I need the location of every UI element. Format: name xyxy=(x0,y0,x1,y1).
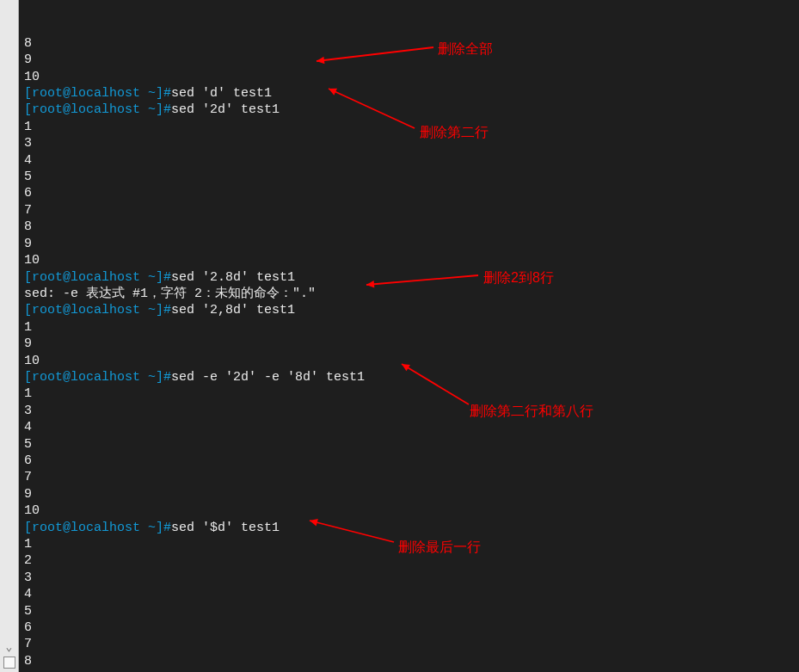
output-text: 9 xyxy=(24,487,32,502)
terminal-line: [root@localhost ~]#sed 'd' test1 xyxy=(24,85,794,102)
output-text: 9 xyxy=(24,237,32,251)
output-text: 6 xyxy=(24,620,32,635)
terminal-line: 2 xyxy=(24,552,794,569)
terminal-line: 7 xyxy=(24,636,794,652)
output-text: 3 xyxy=(24,136,32,151)
terminal-line: 9 xyxy=(24,336,794,352)
output-text: 1 xyxy=(24,537,32,552)
terminal-line: [root@localhost ~]#sed -e '2d' -e '8d' t… xyxy=(24,369,794,385)
terminal-line: 1 xyxy=(24,385,794,402)
terminal-line: 5 xyxy=(24,603,794,620)
terminal-line: 10 xyxy=(24,353,794,369)
terminal-line: 4 xyxy=(24,586,794,602)
terminal-line: 10 xyxy=(24,69,794,85)
output-text: 5 xyxy=(24,170,32,184)
terminal-line: 3 xyxy=(24,135,794,151)
terminal-line: 8 xyxy=(24,35,794,52)
output-text: 8 xyxy=(24,219,32,234)
shell-prompt: [root@localhost ~]# xyxy=(24,102,171,117)
shell-command: sed '2d' test1 xyxy=(171,102,280,117)
output-text: 9 xyxy=(24,52,32,67)
output-text: 4 xyxy=(24,420,32,435)
output-text: 6 xyxy=(24,453,32,468)
output-text: 10 xyxy=(24,503,40,518)
output-text: 1 xyxy=(24,320,32,335)
output-text: 8 xyxy=(24,654,32,669)
output-text: 1 xyxy=(24,120,32,134)
shell-prompt: [root@localhost ~]# xyxy=(24,521,171,535)
terminal-line: 3 xyxy=(24,570,794,586)
output-text: 7 xyxy=(24,637,32,651)
output-text: 7 xyxy=(24,470,32,484)
terminal-line: sed: -e 表达式 #1，字符 2：未知的命令："." xyxy=(24,286,794,302)
output-text: 5 xyxy=(24,437,32,452)
terminal-line: 1 xyxy=(24,536,794,552)
shell-command: sed '$d' test1 xyxy=(171,521,280,535)
chevron-down-icon[interactable]: ⌄ xyxy=(6,642,13,653)
output-text: 9 xyxy=(24,336,32,351)
shell-command: sed '2,8d' test1 xyxy=(171,303,295,318)
shell-command: sed '2.8d' test1 xyxy=(171,270,295,285)
output-text: 4 xyxy=(24,587,32,601)
output-text: 3 xyxy=(24,570,32,585)
terminal-line: 6 xyxy=(24,453,794,469)
terminal-line: 9 xyxy=(24,236,794,252)
output-text: 4 xyxy=(24,153,32,168)
terminal-line: 8 xyxy=(24,219,794,235)
shell-prompt: [root@localhost ~]# xyxy=(24,303,171,318)
shell-command: sed 'd' test1 xyxy=(171,86,272,101)
shell-command: sed -e '2d' -e '8d' test1 xyxy=(171,370,365,385)
terminal-line: 1 xyxy=(24,319,794,336)
terminal-line: [root@localhost ~]#sed '$d' test1 xyxy=(24,520,794,536)
terminal-line: 3 xyxy=(24,403,794,419)
terminal-line: 4 xyxy=(24,152,794,169)
output-text: 2 xyxy=(24,553,32,568)
output-text: 10 xyxy=(24,70,40,84)
terminal-line: [root@localhost ~]#sed '2,8d' test1 xyxy=(24,302,794,318)
terminal-line: [root@localhost ~]#sed '2.8d' test1 xyxy=(24,269,794,286)
output-text: sed: -e 表达式 #1，字符 2：未知的命令："." xyxy=(24,287,316,301)
terminal-output[interactable]: 8910[root@localhost ~]#sed 'd' test1[roo… xyxy=(19,0,799,672)
terminal-line: [root@localhost ~]#sed '2d' test1 xyxy=(24,102,794,118)
terminal-line: 10 xyxy=(24,252,794,268)
output-text: 10 xyxy=(24,253,40,268)
output-text: 8 xyxy=(24,36,32,51)
terminal-line: 5 xyxy=(24,436,794,453)
terminal-line: 6 xyxy=(24,185,794,201)
output-text: 3 xyxy=(24,404,32,418)
editor-gutter: ⌄ xyxy=(0,0,19,672)
terminal-line: 6 xyxy=(24,620,794,636)
terminal-line: 1 xyxy=(24,119,794,135)
shell-prompt: [root@localhost ~]# xyxy=(24,270,171,285)
output-text: 7 xyxy=(24,203,32,218)
shell-prompt: [root@localhost ~]# xyxy=(24,86,171,101)
output-text: 5 xyxy=(24,604,32,619)
terminal-line: 8 xyxy=(24,653,794,669)
fold-toggle[interactable] xyxy=(3,657,15,669)
terminal-line: 10 xyxy=(24,502,794,519)
output-text: 10 xyxy=(24,354,40,368)
output-text: 1 xyxy=(24,386,32,401)
terminal-line: 9 xyxy=(24,52,794,68)
terminal-line: 4 xyxy=(24,419,794,435)
terminal-line: 9 xyxy=(24,486,794,502)
terminal-line: 5 xyxy=(24,169,794,185)
terminal-line: 7 xyxy=(24,469,794,485)
shell-prompt: [root@localhost ~]# xyxy=(24,370,171,385)
output-text: 6 xyxy=(24,186,32,200)
terminal-line: 7 xyxy=(24,202,794,219)
